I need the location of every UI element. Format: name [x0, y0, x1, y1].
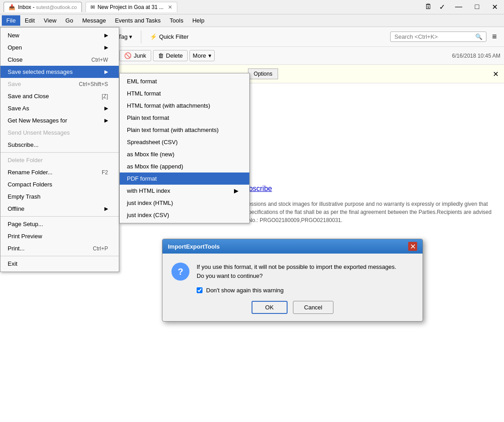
dialog-title: ImportExportTools [168, 243, 220, 250]
dialog-content: ? If you use this format, it will not be… [171, 263, 414, 281]
cancel-button[interactable]: Cancel [293, 301, 333, 314]
dialog-close-button[interactable]: ✕ [408, 242, 417, 251]
importexport-dialog: ImportExportTools ✕ ? If you use this fo… [162, 239, 423, 322]
dialog-question-icon: ? [171, 263, 189, 281]
dont-show-label: Don't show again this warning [206, 287, 284, 294]
dialog-checkbox-row: Don't show again this warning [197, 287, 414, 294]
dialog-body: ? If you use this format, it will not be… [162, 254, 423, 321]
dialog-titlebar: ImportExportTools ✕ [162, 239, 423, 254]
dialog-message: If you use this format, it will not be p… [197, 263, 396, 280]
ok-button[interactable]: OK [252, 301, 288, 314]
dialog-msg-line1: If you use this format, it will not be p… [197, 263, 396, 270]
dialog-msg-line2: Do you want to continue? [197, 272, 263, 279]
dialog-overlay: ImportExportTools ✕ ? If you use this fo… [0, 0, 504, 422]
dont-show-checkbox[interactable] [197, 287, 202, 293]
dialog-buttons: OK Cancel [171, 301, 414, 314]
